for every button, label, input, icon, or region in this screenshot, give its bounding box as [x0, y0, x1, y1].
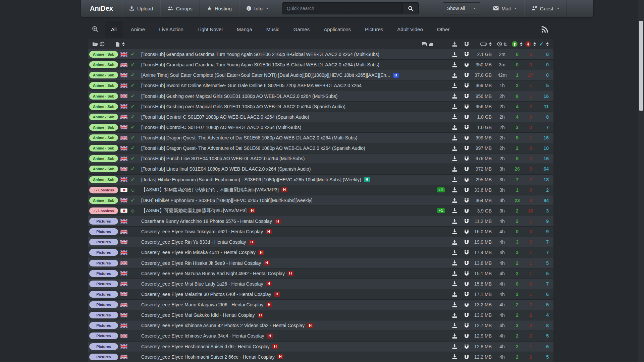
torrent-title-link[interactable]: Coserely_eee Elyee Hoshimachi Suisei 2 6…	[141, 354, 275, 360]
nav-item-upload[interactable]: Upload	[122, 0, 160, 17]
category-badge[interactable]: Pictures	[89, 260, 118, 266]
torrent-title-link[interactable]: Coserely_eee Elyee Nazuna Bunny And Nigh…	[141, 271, 285, 276]
download-icon[interactable]	[452, 135, 458, 141]
table-row[interactable]: Pictures Coserely_eee Elyee Rin Hisaka J…	[88, 258, 553, 268]
filename-file-icon[interactable]	[115, 42, 120, 47]
magnet-icon[interactable]	[464, 312, 469, 318]
torrent-title-link[interactable]: Coserely_eee Elyee Towa Tokoyami d62f - …	[141, 229, 263, 234]
category-badge[interactable]: Anime - Sub	[89, 155, 118, 162]
download-icon[interactable]	[452, 166, 458, 172]
table-row[interactable]: Anime - Sub ✓ [ToonsHub] Dragon Quest- T…	[88, 143, 553, 153]
torrent-title-link[interactable]: Coserely_eee Elyee Melanite 30 Photos 64…	[141, 292, 271, 297]
magnet-icon[interactable]	[464, 333, 469, 339]
download-icon[interactable]	[452, 333, 458, 339]
table-row[interactable]: Anime - Sub ✓ [ToonsHub] Control-C S01E0…	[88, 112, 553, 122]
category-badge[interactable]: Anime - Sub	[89, 82, 118, 89]
sort-leechers[interactable]	[533, 42, 536, 46]
sort-seeders[interactable]	[520, 42, 523, 46]
download-icon[interactable]	[452, 187, 458, 193]
download-icon[interactable]	[452, 312, 458, 318]
torrent-title-link[interactable]: [ToonsHub] Gushing over Magical Girls S0…	[141, 104, 345, 109]
download-icon[interactable]	[452, 72, 458, 78]
tab-anime[interactable]: Anime	[125, 21, 151, 38]
table-row[interactable]: ♪ - Lossless ☺ 【ASMR】可愛新婚幼妻姐妹舔耳侍奉♪[WAV/M…	[88, 205, 553, 216]
torrent-title-link[interactable]: [ToonsHub] Grandpa and Grandma Turn Youn…	[141, 52, 379, 57]
torrent-title-link[interactable]: [DKB] Hibike! Euphonium - S03E06 [1080p]…	[141, 198, 312, 203]
torrent-title-link[interactable]: Coserely_eee Elyee Rin Misaka 4541 - Hen…	[141, 250, 256, 255]
tab-games[interactable]: Games	[287, 21, 316, 38]
download-icon[interactable]	[452, 323, 458, 328]
download-icon[interactable]	[452, 344, 458, 349]
category-badge[interactable]: Pictures	[89, 312, 118, 318]
table-row[interactable]: Pictures Coserely_eee Elyee Mai Gakuko f…	[88, 310, 553, 320]
nav-item-groups[interactable]: Groups	[160, 0, 199, 17]
scrollbar-thumb[interactable]	[639, 21, 643, 111]
table-row[interactable]: Anime - Sub ✓ [Anime Time] Soul Eater Co…	[88, 70, 553, 80]
magnet-icon[interactable]	[464, 260, 469, 266]
magnet-icon[interactable]	[464, 52, 469, 57]
category-badge[interactable]: Pictures	[89, 228, 118, 235]
magnet-icon[interactable]	[464, 125, 469, 130]
table-row[interactable]: Pictures Coserely_eee Elyee Melanite 30 …	[88, 289, 553, 299]
table-row[interactable]: Pictures Coserely_eee Elyee Mist Blue La…	[88, 279, 553, 289]
table-row[interactable]: ♪ - Lossless ☺ 【ASMR】抖M蘿莉的陰戶感覺好色，不斷自慰到高潮…	[88, 185, 553, 195]
magnet-icon[interactable]	[464, 114, 469, 120]
category-badge[interactable]: Anime - Sub	[89, 145, 118, 152]
magnet-icon[interactable]	[464, 219, 469, 224]
tab-other[interactable]: Other	[431, 21, 456, 38]
zoom-in-icon[interactable]	[88, 21, 104, 38]
torrent-title-link[interactable]: [ToonsHub] Dragon Quest- The Adventure o…	[141, 145, 365, 151]
magnet-icon[interactable]	[464, 72, 469, 78]
magnet-icon[interactable]	[464, 145, 469, 151]
download-icon[interactable]	[452, 114, 458, 120]
download-icon[interactable]	[452, 104, 458, 109]
category-badge[interactable]: Pictures	[89, 354, 118, 360]
tab-live-action[interactable]: Live Action	[153, 21, 190, 38]
table-row[interactable]: Anime - Sub ✓ [ToonsHub] Gushing over Ma…	[88, 91, 553, 101]
category-badge[interactable]: Anime - Sub	[89, 72, 118, 78]
category-badge[interactable]: Pictures	[89, 249, 118, 256]
category-badge[interactable]: Anime - Sub	[89, 166, 118, 172]
download-icon[interactable]	[452, 177, 458, 182]
sort-filename[interactable]	[122, 42, 125, 46]
magnet-icon[interactable]	[464, 177, 469, 182]
category-badge[interactable]: Pictures	[89, 343, 118, 350]
magnet-icon[interactable]	[464, 302, 469, 307]
magnet-icon[interactable]	[464, 281, 469, 287]
torrent-title-link[interactable]: Coserely_eee Elyee Ichinose Asuna 42 Pho…	[141, 323, 305, 328]
torrent-title-link[interactable]: Coserely_eee Elyee Mist Blue Lady 1a26 -…	[141, 281, 263, 287]
sort-completed[interactable]	[546, 42, 549, 46]
sort-size[interactable]	[489, 42, 492, 46]
table-row[interactable]: Pictures Coserely_eee Elyee Marin Kitaga…	[88, 299, 553, 310]
table-row[interactable]: Anime - Sub ✓ [ToonsHub] Gushing over Ma…	[88, 101, 553, 112]
torrent-title-link[interactable]: [ToonsHub] Control-C S01E07 1080p AO WEB…	[141, 125, 301, 130]
download-icon[interactable]	[452, 83, 458, 88]
magnet-icon[interactable]	[464, 135, 469, 140]
size-hdd-icon[interactable]	[480, 42, 487, 46]
nav-item-info[interactable]: Info	[239, 0, 276, 17]
tab-manga[interactable]: Manga	[231, 21, 258, 38]
category-badge[interactable]: Pictures	[89, 239, 118, 245]
magnet-icon[interactable]	[464, 156, 469, 161]
download-icon[interactable]	[452, 93, 458, 99]
magnet-icon[interactable]	[464, 83, 469, 88]
download-icon[interactable]	[452, 291, 458, 297]
magnet-icon[interactable]	[464, 229, 469, 234]
brand-logo[interactable]: AniDex	[81, 0, 122, 17]
torrent-title-link[interactable]: [ToonsHub] Punch Line S01E04 1080p AO WE…	[141, 156, 305, 161]
table-row[interactable]: Anime - Sub ✓ [ToonsHub] Grandpa and Gra…	[88, 49, 553, 59]
download-icon[interactable]	[452, 250, 458, 255]
category-folder-icon[interactable]	[92, 42, 98, 47]
category-badge[interactable]: Pictures	[89, 218, 118, 225]
sort-age[interactable]: ⇅	[503, 42, 507, 47]
download-icon[interactable]	[452, 62, 458, 68]
torrent-title-link[interactable]: [ToonsHub] Gushing over Magical Girls S0…	[141, 94, 337, 99]
torrent-title-link[interactable]: Coserely_eee Elyee Mai Gakuko fdfd - Hen…	[141, 312, 255, 318]
download-icon[interactable]	[452, 229, 458, 235]
torrent-title-link[interactable]: [Judas] Hibike Euphonium (Sound! Euphoni…	[141, 177, 361, 182]
category-badge[interactable]: Pictures	[89, 270, 118, 277]
download-icon[interactable]	[452, 124, 458, 130]
torrent-title-link[interactable]: 【ASMR】可愛新婚幼妻姐妹舔耳侍奉♪[WAV/MP3]	[141, 208, 247, 214]
tab-applications[interactable]: Applications	[318, 21, 357, 38]
torrent-title-link[interactable]: Coserhana Bunny Arlecchino 18 Photos 657…	[141, 219, 272, 224]
